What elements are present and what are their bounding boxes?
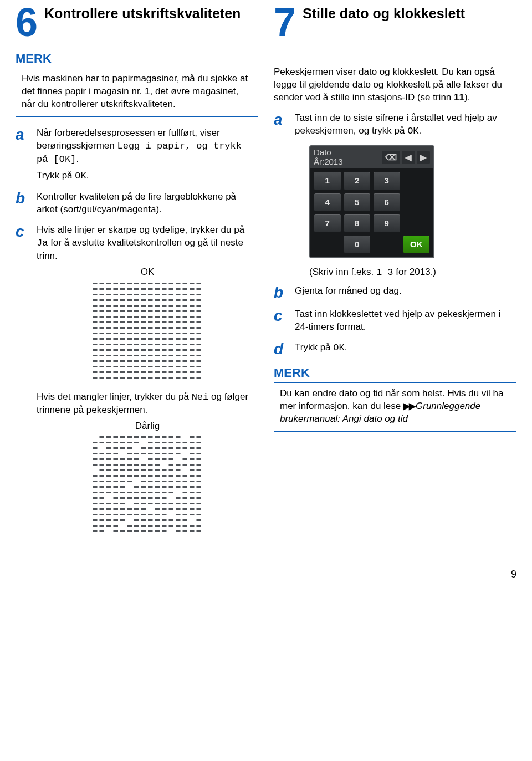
svg-rect-61 xyxy=(183,299,188,301)
svg-rect-203 xyxy=(169,349,174,351)
svg-rect-350 xyxy=(127,458,132,460)
svg-rect-266 xyxy=(162,371,167,373)
ts-date-label: Dato xyxy=(314,147,331,157)
key-2[interactable]: 2 xyxy=(344,172,371,190)
svg-rect-5 xyxy=(127,283,132,284)
touchscreen-keypad: Dato År:2013 ⌫ ◀ ▶ 1 2 3 4 5 6 7 8 xyxy=(309,145,434,258)
svg-rect-87 xyxy=(141,310,146,312)
svg-rect-461 xyxy=(190,497,195,499)
svg-rect-429 xyxy=(169,486,174,488)
step6-a: a Når forberedelsesprosessen er fullført… xyxy=(16,127,258,183)
svg-rect-121 xyxy=(155,321,160,323)
svg-rect-340 xyxy=(162,453,167,454)
mono-ok: OK xyxy=(333,343,344,353)
svg-rect-333 xyxy=(106,453,111,454)
key-8[interactable]: 8 xyxy=(344,214,371,232)
note-box: Hvis maskinen har to papirmagasiner, må … xyxy=(16,68,258,117)
svg-rect-138 xyxy=(162,327,167,329)
svg-rect-485 xyxy=(141,508,146,510)
svg-rect-82 xyxy=(106,310,111,312)
svg-rect-222 xyxy=(190,355,195,356)
step7-b: b Gjenta for måned og dag. xyxy=(274,285,516,300)
svg-rect-355 xyxy=(169,458,174,460)
svg-rect-173 xyxy=(183,338,188,340)
backspace-icon[interactable]: ⌫ xyxy=(382,151,400,164)
svg-rect-399 xyxy=(169,475,174,477)
svg-rect-480 xyxy=(106,508,111,510)
svg-rect-128 xyxy=(93,327,98,329)
svg-rect-45 xyxy=(183,294,188,295)
svg-rect-373 xyxy=(197,464,202,466)
svg-rect-206 xyxy=(190,349,195,351)
svg-rect-24 xyxy=(148,288,153,290)
svg-rect-60 xyxy=(176,299,181,301)
svg-rect-212 xyxy=(120,355,125,356)
svg-rect-86 xyxy=(134,310,139,312)
svg-rect-502 xyxy=(155,514,160,515)
arrow-left-icon[interactable]: ◀ xyxy=(402,151,415,164)
svg-rect-207 xyxy=(197,349,202,351)
key-3[interactable]: 3 xyxy=(374,172,400,190)
svg-rect-14 xyxy=(190,283,195,284)
svg-rect-498 xyxy=(127,514,132,515)
svg-rect-231 xyxy=(141,360,146,362)
step7-d: d Trykk på OK. xyxy=(274,341,516,357)
svg-rect-296 xyxy=(155,436,160,438)
key-7[interactable]: 7 xyxy=(314,214,341,232)
svg-rect-46 xyxy=(190,294,195,295)
svg-rect-486 xyxy=(155,508,160,510)
svg-rect-410 xyxy=(141,481,146,482)
svg-rect-516 xyxy=(155,519,160,521)
svg-rect-378 xyxy=(127,469,132,471)
svg-rect-407 xyxy=(114,481,119,482)
bullet-a: a xyxy=(16,127,29,183)
svg-rect-510 xyxy=(106,519,111,521)
svg-rect-270 xyxy=(190,371,195,373)
svg-rect-9 xyxy=(155,283,160,284)
svg-rect-18 xyxy=(106,288,111,290)
svg-rect-220 xyxy=(176,355,181,356)
svg-rect-329 xyxy=(190,447,195,449)
svg-rect-50 xyxy=(106,299,111,301)
svg-rect-142 xyxy=(190,327,195,329)
text: Hvis det mangler linjer, trykker du på xyxy=(37,391,192,402)
key-ok[interactable]: OK xyxy=(403,236,430,253)
svg-rect-358 xyxy=(197,458,202,460)
svg-rect-434 xyxy=(93,492,98,493)
key-5[interactable]: 5 xyxy=(344,193,371,211)
svg-rect-332 xyxy=(100,453,105,454)
svg-rect-147 xyxy=(114,333,119,334)
svg-rect-396 xyxy=(148,475,153,477)
arrow-right-icon[interactable]: ▶ xyxy=(417,151,430,164)
svg-rect-132 xyxy=(120,327,125,329)
key-6[interactable]: 6 xyxy=(374,193,400,211)
svg-rect-247 xyxy=(141,366,146,367)
svg-rect-169 xyxy=(155,338,160,340)
svg-rect-323 xyxy=(148,447,153,449)
svg-rect-48 xyxy=(93,299,98,301)
svg-rect-531 xyxy=(162,525,167,527)
svg-rect-298 xyxy=(169,436,174,438)
svg-rect-71 xyxy=(141,305,146,307)
svg-rect-89 xyxy=(155,310,160,312)
svg-rect-56 xyxy=(148,299,153,301)
svg-rect-253 xyxy=(183,366,188,367)
svg-rect-153 xyxy=(155,333,160,334)
svg-rect-58 xyxy=(162,299,167,301)
key-0[interactable]: 0 xyxy=(344,236,371,253)
svg-rect-114 xyxy=(106,321,111,323)
svg-rect-447 xyxy=(190,492,195,493)
svg-rect-216 xyxy=(148,355,153,356)
key-1[interactable]: 1 xyxy=(314,172,341,190)
svg-rect-34 xyxy=(106,294,111,295)
mono-text: 1 3 xyxy=(376,267,393,278)
key-9[interactable]: 9 xyxy=(374,214,400,232)
ts-year-label: År:2013 xyxy=(314,157,343,166)
svg-rect-493 xyxy=(93,514,98,515)
svg-rect-272 xyxy=(93,377,98,379)
svg-rect-30 xyxy=(190,288,195,290)
svg-rect-514 xyxy=(141,519,146,521)
key-4[interactable]: 4 xyxy=(314,193,341,211)
svg-rect-453 xyxy=(127,497,132,499)
text: . xyxy=(419,125,422,136)
